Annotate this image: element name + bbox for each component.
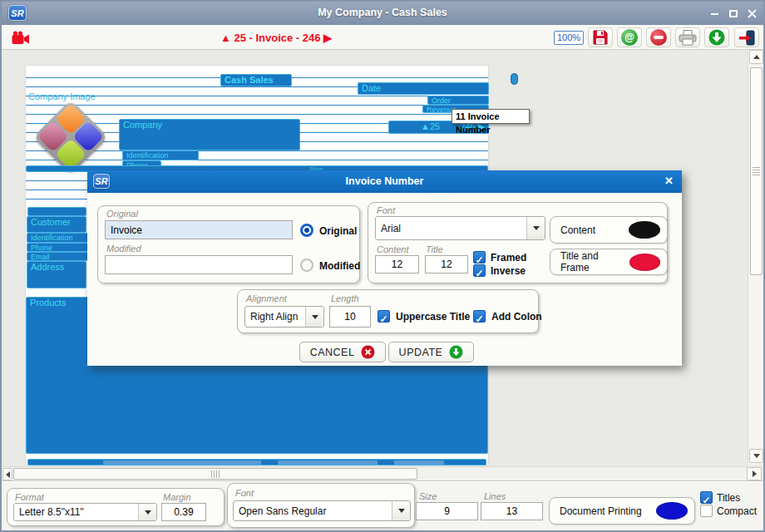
format-margin-group: Format Letter 8.5"x11" Margin <box>7 488 225 526</box>
inverse-checkbox[interactable] <box>473 264 486 277</box>
size-input[interactable] <box>416 502 478 520</box>
block-identification-1[interactable]: Identification <box>122 150 199 160</box>
block-company[interactable]: Company <box>119 119 300 150</box>
framed-checkbox[interactable] <box>473 251 486 264</box>
vertical-scrollbar[interactable] <box>748 50 763 465</box>
doc-font-select-value: Open Sans Regular <box>234 501 392 520</box>
size-wrap <box>416 502 478 520</box>
modified-radio[interactable] <box>300 259 313 272</box>
original-input[interactable] <box>105 220 293 239</box>
print-button[interactable] <box>675 27 700 47</box>
minimize-icon <box>711 13 718 15</box>
download-button[interactable] <box>704 27 729 47</box>
save-button[interactable] <box>588 27 613 47</box>
vertical-scroll-thumb[interactable] <box>750 67 763 275</box>
block-email[interactable]: Email <box>27 252 88 261</box>
title-frame-color-chip <box>629 254 661 271</box>
chevron-down-icon <box>398 509 405 516</box>
block-date[interactable]: Date <box>358 82 489 95</box>
minimize-button[interactable] <box>708 7 722 20</box>
horizontal-scrollbar[interactable] <box>2 466 748 480</box>
record-navigator[interactable]: ▲ 25 - Invoice - 246 ▶ <box>151 32 401 44</box>
block-cash-sales[interactable]: Cash Sales <box>220 74 292 86</box>
scroll-down-button[interactable] <box>749 449 763 463</box>
content-size-wrap <box>375 255 419 273</box>
dropdown-button[interactable] <box>305 307 323 327</box>
modified-input[interactable] <box>105 255 293 274</box>
update-button[interactable]: UPDATE <box>388 342 474 362</box>
dropdown-button[interactable] <box>526 217 545 239</box>
block-order[interactable]: Order <box>427 96 489 105</box>
exit-door-icon <box>738 30 756 46</box>
original-radio-label: Original <box>319 225 357 237</box>
scroll-up-button[interactable] <box>749 50 763 64</box>
stop-button[interactable] <box>646 27 671 47</box>
original-modified-group: Original Original Modified Modified <box>97 205 360 283</box>
document-printing-button[interactable]: Document Printing <box>549 497 695 525</box>
block-customer[interactable]: Customer <box>27 216 86 233</box>
footer-segment <box>394 461 444 465</box>
margin-input[interactable] <box>161 503 206 521</box>
content-color-button[interactable]: Content <box>550 216 668 244</box>
block-blank[interactable] <box>27 207 86 216</box>
uppercase-title-checkbox[interactable] <box>378 310 390 323</box>
email-button[interactable]: @ <box>617 27 642 47</box>
horizontal-scroll-thumb[interactable] <box>13 468 417 480</box>
length-label: Length <box>331 293 359 303</box>
cancel-label: CANCEL <box>310 347 355 358</box>
font-group: Font Arial Content Title Framed Inverse … <box>368 202 668 283</box>
title-size-input[interactable] <box>425 255 468 273</box>
block-phone-2[interactable]: Phone <box>27 243 88 252</box>
dropdown-button[interactable] <box>138 504 156 520</box>
original-input-wrap <box>105 220 293 239</box>
content-size-input[interactable] <box>375 255 419 273</box>
original-label: Original <box>106 209 138 219</box>
title-frame-color-label: Title and Frame <box>560 250 629 273</box>
titles-checkbox[interactable] <box>700 491 713 504</box>
add-colon-checkbox[interactable] <box>473 310 486 323</box>
title-frame-color-button[interactable]: Title and Frame <box>550 249 668 275</box>
lines-input[interactable] <box>481 502 543 520</box>
scroll-right-button[interactable] <box>747 467 762 480</box>
compact-label: Compact <box>717 505 757 517</box>
original-radio[interactable] <box>300 224 313 237</box>
scroll-marker-pill[interactable] <box>511 73 518 85</box>
dialog-title-bar[interactable]: SR Invoice Number ✕ <box>87 170 682 193</box>
format-select-value: Letter 8.5"x11" <box>14 504 138 520</box>
dropdown-button[interactable] <box>392 501 410 520</box>
title-size-wrap <box>425 255 468 273</box>
invoice-prev[interactable]: ▲25 <box>421 121 440 133</box>
block-footer-strip[interactable] <box>27 459 486 466</box>
dialog-close-icon[interactable]: ✕ <box>664 175 674 187</box>
alignment-select[interactable]: Right Align <box>244 306 324 328</box>
record-camera-icon[interactable] <box>12 31 32 48</box>
block-identification-2[interactable]: Identification <box>27 233 88 243</box>
title-size-label: Title <box>426 244 443 254</box>
length-input[interactable] <box>329 306 371 328</box>
format-select[interactable]: Letter 8.5"x11" <box>13 503 157 521</box>
close-button[interactable] <box>745 7 759 20</box>
ruled-lines-left <box>26 172 89 207</box>
scroll-left-button[interactable] <box>2 468 12 480</box>
chevron-down-icon <box>533 226 540 234</box>
compact-checkbox[interactable] <box>700 505 713 517</box>
window-title: My Company - Cash Sales <box>2 7 763 18</box>
printer-icon <box>679 30 697 46</box>
font-select[interactable]: Arial <box>375 216 545 240</box>
close-icon <box>748 9 757 18</box>
font-label: Font <box>377 205 395 215</box>
footer-segment <box>278 461 378 465</box>
left-arrow-icon <box>2 471 10 478</box>
down-arrow-icon <box>753 454 760 461</box>
footer-segment <box>103 461 261 465</box>
content-size-label: Content <box>377 244 409 254</box>
block-address[interactable]: Address <box>27 261 86 288</box>
doc-font-select[interactable]: Open Sans Regular <box>233 500 411 521</box>
company-logo-image[interactable] <box>33 100 108 175</box>
exit-button[interactable] <box>734 27 759 47</box>
chevron-down-icon <box>145 510 151 518</box>
document-printing-label: Document Printing <box>560 505 642 517</box>
zoom-level[interactable]: 100% <box>554 31 584 45</box>
maximize-button[interactable] <box>726 7 740 20</box>
cancel-button[interactable]: CANCEL <box>299 342 386 362</box>
